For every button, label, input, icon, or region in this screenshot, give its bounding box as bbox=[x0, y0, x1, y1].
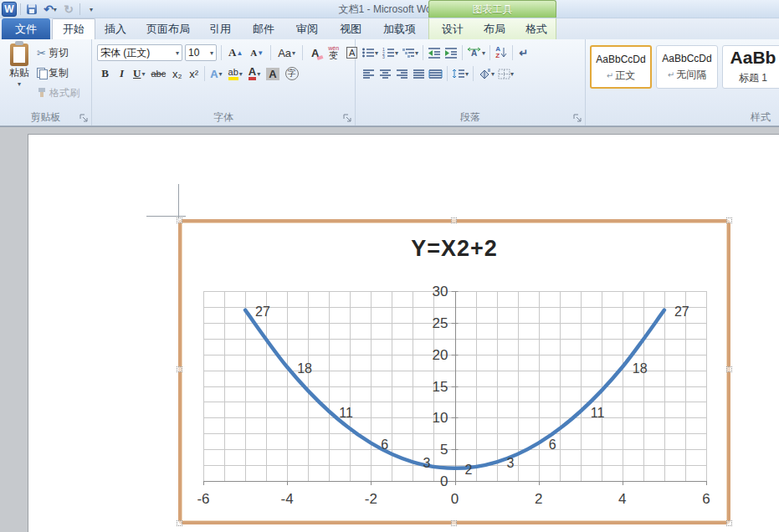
tab-mailings[interactable]: 邮件 bbox=[243, 18, 284, 39]
brush-icon bbox=[37, 88, 47, 98]
resize-handle-nw[interactable] bbox=[177, 217, 182, 223]
italic-button[interactable]: I bbox=[114, 65, 130, 82]
font-name-combobox[interactable]: 宋体 (正文) ▾ bbox=[97, 44, 182, 61]
svg-text:3: 3 bbox=[423, 456, 430, 470]
borders-button[interactable]: ▾ bbox=[497, 65, 515, 82]
align-center-button[interactable] bbox=[377, 65, 392, 82]
svg-text:2: 2 bbox=[535, 491, 542, 507]
resize-handle-n[interactable] bbox=[451, 217, 457, 223]
align-left-button[interactable] bbox=[361, 65, 376, 82]
resize-handle-w[interactable] bbox=[177, 366, 182, 372]
tab-home[interactable]: 开始 bbox=[52, 18, 95, 39]
style-normal[interactable]: AaBbCcDd ↵正文 bbox=[590, 45, 652, 89]
font-name-value: 宋体 (正文) bbox=[100, 46, 150, 60]
font-dialog-launcher[interactable] bbox=[342, 113, 352, 123]
asian-layout-button[interactable]: A ▾ bbox=[466, 44, 486, 61]
line-spacing-button[interactable]: ▾ bbox=[451, 65, 469, 82]
tab-chart-format[interactable]: 格式 bbox=[515, 18, 557, 39]
paste-button[interactable]: 粘贴 ▾ bbox=[5, 43, 33, 107]
svg-text:11: 11 bbox=[339, 406, 353, 420]
format-painter-button[interactable]: 格式刷 bbox=[37, 84, 79, 101]
margin-mark bbox=[146, 216, 186, 217]
chart-object[interactable]: Y=X2+2 -6-4-2024605101520253027181163236… bbox=[178, 219, 730, 524]
font-size-combobox[interactable]: 10 ▾ bbox=[185, 44, 217, 61]
character-shading-button[interactable]: A bbox=[264, 65, 281, 82]
change-case-button[interactable]: Aa▾ bbox=[275, 44, 298, 61]
chart-plot-area[interactable]: -6-4-2024605101520253027181163236111827 bbox=[182, 223, 727, 521]
font-color-button[interactable]: A▾ bbox=[246, 65, 263, 82]
shrink-font-icon: A bbox=[250, 48, 257, 58]
svg-text:A: A bbox=[471, 49, 477, 58]
tab-chart-design[interactable]: 设计 bbox=[432, 18, 474, 39]
resize-handle-e[interactable] bbox=[726, 366, 732, 372]
distribute-icon bbox=[428, 69, 443, 79]
cut-button[interactable]: ✂ 剪切 bbox=[37, 44, 69, 61]
resize-handle-s[interactable] bbox=[451, 520, 457, 526]
character-shading-icon: A bbox=[266, 68, 279, 80]
justify-icon bbox=[413, 69, 425, 79]
show-hide-marks-button[interactable]: ↵ bbox=[516, 44, 531, 61]
shading-button[interactable]: ▾ bbox=[477, 65, 495, 82]
change-case-icon: Aa bbox=[278, 47, 291, 59]
align-right-button[interactable] bbox=[394, 65, 409, 82]
tab-add-ins[interactable]: 加载项 bbox=[373, 18, 426, 39]
group-font: 宋体 (正文) ▾ 10 ▾ A▲ A▼ Aa▾ A wén 变 bbox=[92, 39, 356, 125]
tab-review[interactable]: 审阅 bbox=[286, 18, 328, 39]
paragraph-mark-icon: ↵ bbox=[520, 47, 529, 59]
enclose-characters-icon: 字 bbox=[285, 67, 299, 80]
style-name: ↵无间隔 bbox=[657, 68, 717, 82]
tab-view[interactable]: 视图 bbox=[330, 18, 372, 39]
tab-page-layout[interactable]: 页面布局 bbox=[136, 18, 200, 39]
svg-text:30: 30 bbox=[433, 284, 448, 299]
highlight-button[interactable]: ab▾ bbox=[226, 65, 245, 82]
group-styles: AaBbCcDd ↵正文 AaBbCcDd ↵无间隔 AaBb 标题 1 A 样… bbox=[586, 39, 779, 125]
copy-button[interactable]: 复制 bbox=[37, 64, 69, 81]
subscript-button[interactable]: x₂ bbox=[169, 65, 185, 82]
clipboard-dialog-launcher[interactable] bbox=[79, 113, 89, 123]
increase-indent-button[interactable] bbox=[443, 44, 459, 61]
resize-handle-ne[interactable] bbox=[726, 217, 732, 223]
bold-button[interactable]: B bbox=[97, 65, 113, 82]
svg-text:-2: -2 bbox=[365, 491, 377, 507]
superscript-button[interactable]: x² bbox=[186, 65, 202, 82]
paragraph-dialog-launcher[interactable] bbox=[572, 113, 582, 123]
tab-insert[interactable]: 插入 bbox=[95, 18, 136, 39]
svg-text:18: 18 bbox=[297, 361, 312, 376]
tab-chart-layout[interactable]: 布局 bbox=[474, 18, 515, 39]
underline-button[interactable]: U▾ bbox=[131, 65, 147, 82]
strikethrough-icon: abc bbox=[151, 69, 166, 79]
grow-font-button[interactable]: A▲ bbox=[226, 44, 245, 61]
numbering-icon: 123 bbox=[382, 47, 395, 59]
phonetic-guide-button[interactable]: wén 变 bbox=[325, 44, 341, 61]
style-name: 标题 1 bbox=[723, 71, 779, 85]
title-bar: W ↶▾ ↻ ▾ 文档1 - Microsoft Word 图表工具 bbox=[0, 0, 779, 18]
justify-button[interactable] bbox=[411, 65, 426, 82]
strikethrough-button[interactable]: abc bbox=[148, 65, 168, 82]
svg-text:3: 3 bbox=[382, 54, 385, 59]
sort-button[interactable]: AZ bbox=[494, 44, 509, 61]
chevron-down-icon: ▾ bbox=[5, 80, 33, 88]
svg-text:5: 5 bbox=[440, 442, 448, 458]
clear-formatting-button[interactable]: A bbox=[307, 44, 323, 61]
align-left-icon bbox=[362, 69, 375, 79]
decrease-indent-button[interactable] bbox=[427, 44, 442, 61]
distribute-button[interactable] bbox=[428, 65, 443, 82]
svg-text:25: 25 bbox=[433, 315, 448, 331]
enclose-characters-button[interactable]: 字 bbox=[283, 65, 301, 82]
svg-text:3: 3 bbox=[507, 456, 515, 470]
svg-text:20: 20 bbox=[433, 347, 448, 363]
group-paragraph: ▾ 123 ▾ ▾ A bbox=[356, 39, 586, 125]
tab-references[interactable]: 引用 bbox=[199, 18, 241, 39]
bullets-button[interactable]: ▾ bbox=[361, 44, 379, 61]
numbering-button[interactable]: 123 ▾ bbox=[381, 44, 399, 61]
multilevel-list-icon bbox=[402, 47, 415, 59]
text-effects-button[interactable]: A▾ bbox=[208, 65, 224, 82]
tab-file[interactable]: 文件 bbox=[2, 18, 50, 39]
bold-icon: B bbox=[101, 67, 109, 80]
multilevel-list-button[interactable]: ▾ bbox=[401, 44, 419, 61]
shrink-font-button[interactable]: A▼ bbox=[248, 44, 266, 61]
resize-handle-sw[interactable] bbox=[177, 520, 182, 526]
resize-handle-se[interactable] bbox=[726, 520, 732, 526]
style-no-spacing[interactable]: AaBbCcDd ↵无间隔 bbox=[656, 45, 718, 89]
style-heading1[interactable]: AaBb 标题 1 bbox=[722, 45, 779, 89]
